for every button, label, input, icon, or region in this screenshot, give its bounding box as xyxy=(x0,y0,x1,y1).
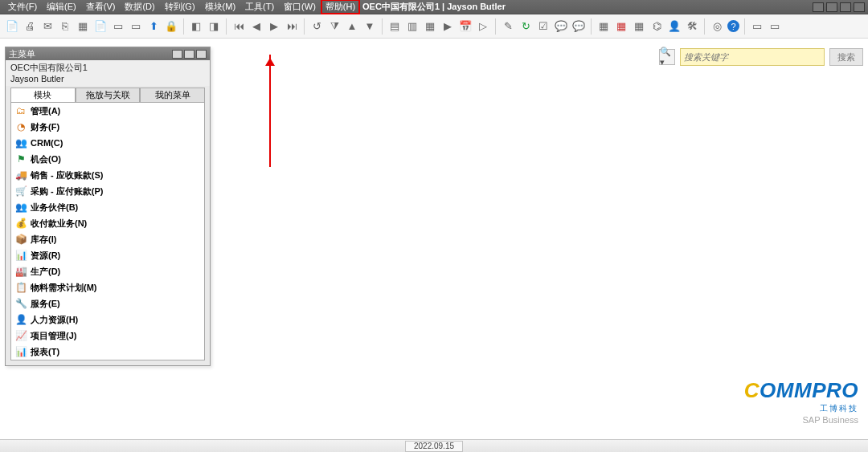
grid-red-icon[interactable]: ▦ xyxy=(614,19,628,34)
doc-b-icon[interactable]: ▥ xyxy=(405,19,420,34)
calendar-stack-icon[interactable]: 📅 xyxy=(458,19,473,34)
tree-label: 业务伙伴(B) xyxy=(31,202,78,214)
filter-desc-icon[interactable]: ▼ xyxy=(362,19,377,34)
tree-label: 报表(T) xyxy=(31,346,59,358)
tree-item-truck[interactable]: 🚚销售 - 应收账款(S) xyxy=(11,167,204,183)
tree-item-folder-multi[interactable]: 🗂管理(A) xyxy=(11,103,204,119)
menu-数据[interactable]: 数据(D) xyxy=(120,0,159,14)
maximize-icon[interactable] xyxy=(840,2,851,12)
printer-icon[interactable]: 🖨 xyxy=(23,19,37,34)
menu-转到[interactable]: 转到(G) xyxy=(160,0,200,14)
minimize-icon[interactable] xyxy=(826,2,837,12)
main-menu-tabs: 模块拖放与关联我的菜单 xyxy=(10,88,205,102)
user-icon[interactable]: 👤 xyxy=(667,19,682,34)
excel-export-icon[interactable]: ⎘ xyxy=(58,19,72,34)
tree-item-mrp[interactable]: 📋物料需求计划(M) xyxy=(11,279,204,295)
prev-icon[interactable]: ◀ xyxy=(249,19,264,34)
tree-item-money[interactable]: 💰收付款业务(N) xyxy=(11,215,204,231)
chat-icon[interactable]: 💬 xyxy=(554,19,568,34)
funnel-filter-icon[interactable]: ⧩ xyxy=(327,19,342,34)
wrench-icon: 🔧 xyxy=(14,297,27,310)
tree-item-report[interactable]: 📊报表(T) xyxy=(11,344,204,360)
up-arrow-icon[interactable]: ⬆ xyxy=(146,19,161,34)
tree-label: 财务(F) xyxy=(31,121,59,133)
checklist-icon[interactable]: ☑ xyxy=(536,19,551,34)
search-input[interactable] xyxy=(680,48,825,66)
cal-play-icon[interactable]: ▷ xyxy=(476,19,490,34)
search-button[interactable]: 搜索 xyxy=(829,48,863,66)
menu-窗口[interactable]: 窗口(W) xyxy=(279,0,321,14)
doc-a-icon[interactable]: ▤ xyxy=(387,19,402,34)
menu-帮助[interactable]: 帮助(H) xyxy=(321,0,360,14)
tree-item-pie[interactable]: ◔财务(F) xyxy=(11,119,204,135)
menu-查看[interactable]: 查看(V) xyxy=(81,0,121,14)
tree-label: 销售 - 应收账款(S) xyxy=(31,169,103,181)
org-icon[interactable]: ⌬ xyxy=(649,19,664,34)
next-icon[interactable]: ▶ xyxy=(267,19,281,34)
close-icon[interactable] xyxy=(854,2,865,12)
folder-multi-icon: 🗂 xyxy=(14,104,27,117)
tree-item-wrench[interactable]: 🔧服务(E) xyxy=(11,295,204,312)
mail-icon[interactable]: ✉ xyxy=(40,19,55,34)
branding: COMMPRO 工博科技 SAP Business xyxy=(744,378,858,425)
boxes-icon: 📦 xyxy=(14,233,27,246)
tree-label: 物料需求计划(M) xyxy=(31,282,97,294)
factory-icon: 🏭 xyxy=(14,265,27,278)
panel-maximize-icon[interactable] xyxy=(184,50,194,59)
page-back-icon[interactable]: ◧ xyxy=(189,19,203,34)
menu-文件[interactable]: 文件(F) xyxy=(3,0,42,14)
plus-doc-icon[interactable]: 📄 xyxy=(5,19,19,34)
word-doc-icon[interactable]: 📄 xyxy=(93,19,108,34)
refresh-green-icon[interactable]: ↻ xyxy=(518,19,533,34)
sys-icon[interactable] xyxy=(813,2,824,12)
main-menu-titlebar[interactable]: 主菜单 xyxy=(6,47,210,60)
blank-a-icon[interactable]: ▭ xyxy=(750,19,764,34)
tree-item-hr[interactable]: 👤人力资源(H) xyxy=(11,312,204,328)
chat-stack-icon[interactable]: 💬 xyxy=(571,19,586,34)
page-icon[interactable]: ▭ xyxy=(111,19,125,34)
tree-item-project[interactable]: 📈项目管理(J) xyxy=(11,328,204,344)
window-controls xyxy=(813,2,865,12)
user-label: Jayson Butler xyxy=(10,73,205,84)
panel-close-icon[interactable] xyxy=(196,50,207,59)
tables-icon[interactable]: ▦ xyxy=(76,19,90,34)
menu-工具[interactable]: 工具(T) xyxy=(240,0,279,14)
tab-0[interactable]: 模块 xyxy=(10,88,76,102)
pencil-icon[interactable]: ✎ xyxy=(501,19,515,34)
tree-item-resource[interactable]: 📊资源(R) xyxy=(11,247,204,263)
project-icon: 📈 xyxy=(14,329,27,342)
target-icon[interactable]: ◎ xyxy=(710,19,724,34)
workspace: 🔍▾ 搜索 主菜单 OEC中国有限公司1 Jayson Butler 模块拖放与… xyxy=(0,39,868,439)
help-icon[interactable]: ? xyxy=(727,20,739,32)
grid-calc-icon[interactable]: ▦ xyxy=(632,19,646,34)
doc-play-icon[interactable]: ▶ xyxy=(440,19,455,34)
first-icon[interactable]: ⏮ xyxy=(231,19,246,34)
blank-b-icon[interactable]: ▭ xyxy=(768,19,782,34)
page-lock-icon[interactable]: 🔒 xyxy=(164,19,178,34)
main-menu-title: 主菜单 xyxy=(9,48,35,60)
resource-icon: 📊 xyxy=(14,249,27,262)
page-copy-icon[interactable]: ▭ xyxy=(129,19,143,34)
mrp-icon: 📋 xyxy=(14,281,27,294)
last-icon[interactable]: ⏭ xyxy=(285,19,299,34)
filter-asc-icon[interactable]: ▲ xyxy=(345,19,359,34)
tree-item-factory[interactable]: 🏭生产(D) xyxy=(11,263,204,279)
search-mode-dropdown[interactable]: 🔍▾ xyxy=(659,49,675,65)
tree-item-crm[interactable]: 👥CRM(C) xyxy=(11,135,204,151)
loop-icon[interactable]: ↺ xyxy=(309,19,324,34)
page-fwd-icon[interactable]: ◨ xyxy=(207,19,221,34)
tree-label: 生产(D) xyxy=(31,266,60,278)
module-tree[interactable]: 🗂管理(A)◔财务(F)👥CRM(C)⚑机会(O)🚚销售 - 应收账款(S)🛒采… xyxy=(10,102,205,360)
tree-item-cart[interactable]: 🛒采购 - 应付账款(P) xyxy=(11,183,204,199)
tree-item-boxes[interactable]: 📦库存(I) xyxy=(11,231,204,247)
menu-编辑[interactable]: 编辑(E) xyxy=(42,0,81,14)
panel-minimize-icon[interactable] xyxy=(172,50,182,59)
tab-1[interactable]: 拖放与关联 xyxy=(76,88,141,102)
menu-模块[interactable]: 模块(M) xyxy=(200,0,241,14)
tool-a-icon[interactable]: 🛠 xyxy=(685,19,699,34)
grid-table-icon[interactable]: ▦ xyxy=(596,19,611,34)
doc-stack-icon[interactable]: ▦ xyxy=(423,19,437,34)
tree-item-gear-flag[interactable]: ⚑机会(O) xyxy=(11,151,204,167)
tree-item-people[interactable]: 👥业务伙伴(B) xyxy=(11,199,204,215)
tab-2[interactable]: 我的菜单 xyxy=(140,88,205,102)
